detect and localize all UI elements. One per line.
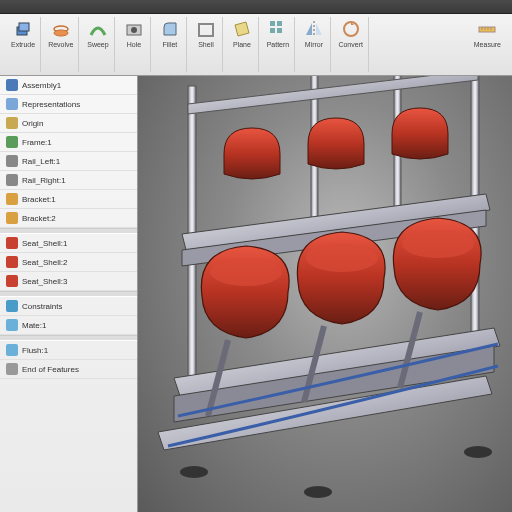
convert-icon [341, 19, 361, 39]
ribbon-label: Convert [338, 41, 363, 48]
svg-point-5 [131, 27, 137, 33]
hole-icon [124, 19, 144, 39]
node-icon [6, 300, 18, 312]
3d-viewport[interactable] [138, 76, 512, 512]
ribbon-label: Sweep [87, 41, 108, 48]
ribbon-hole[interactable]: Hole [117, 17, 151, 72]
plane-icon [232, 19, 252, 39]
node-label: Bracket:1 [22, 195, 56, 204]
svg-rect-9 [277, 21, 282, 26]
measure-icon [477, 19, 497, 39]
node-icon [6, 79, 18, 91]
ribbon-plane[interactable]: Plane [225, 17, 259, 72]
node-label: End of Features [22, 365, 79, 374]
node-label: Mate:1 [22, 321, 46, 330]
browser-item[interactable]: Seat_Shell:2 [0, 253, 137, 272]
browser-item[interactable]: Mate:1 [0, 316, 137, 335]
node-label: Seat_Shell:3 [22, 277, 67, 286]
ribbon-extrude[interactable]: Extrude [6, 17, 41, 72]
node-label: Flush:1 [22, 346, 48, 355]
model-render [138, 76, 512, 512]
svg-rect-8 [270, 21, 275, 26]
node-label: Rail_Right:1 [22, 176, 66, 185]
node-icon [6, 275, 18, 287]
browser-item[interactable]: Assembly1 [0, 76, 137, 95]
node-label: Origin [22, 119, 43, 128]
node-icon [6, 193, 18, 205]
browser-item[interactable]: Constraints [0, 297, 137, 316]
node-label: Representations [22, 100, 80, 109]
ribbon-fillet[interactable]: Fillet [153, 17, 187, 72]
node-label: Seat_Shell:2 [22, 258, 67, 267]
svg-rect-1 [19, 23, 29, 31]
ribbon-label: Hole [127, 41, 141, 48]
ribbon-label: Pattern [267, 41, 290, 48]
node-label: Constraints [22, 302, 62, 311]
revolve-icon [51, 19, 71, 39]
svg-rect-14 [479, 27, 495, 32]
svg-rect-11 [277, 28, 282, 33]
svg-point-31 [464, 446, 492, 458]
browser-item[interactable]: Bracket:1 [0, 190, 137, 209]
node-icon [6, 212, 18, 224]
pattern-icon [268, 19, 288, 39]
shell-icon [196, 19, 216, 39]
node-label: Assembly1 [22, 81, 61, 90]
ribbon-label: Mirror [305, 41, 323, 48]
node-label: Frame:1 [22, 138, 52, 147]
node-icon [6, 319, 18, 331]
ribbon-mirror[interactable]: Mirror [297, 17, 331, 72]
workspace: Assembly1RepresentationsOriginFrame:1Rai… [0, 76, 512, 512]
model-browser-panel[interactable]: Assembly1RepresentationsOriginFrame:1Rai… [0, 76, 138, 512]
svg-rect-10 [270, 28, 275, 33]
ribbon-label: Revolve [48, 41, 73, 48]
browser-item[interactable]: Representations [0, 95, 137, 114]
ribbon-shell[interactable]: Shell [189, 17, 223, 72]
node-icon [6, 256, 18, 268]
title-bar [0, 0, 512, 14]
svg-point-30 [304, 486, 332, 498]
svg-point-29 [180, 466, 208, 478]
node-icon [6, 98, 18, 110]
ribbon-label: Plane [233, 41, 251, 48]
node-label: Bracket:2 [22, 214, 56, 223]
ribbon-label: Fillet [163, 41, 178, 48]
node-label: Seat_Shell:1 [22, 239, 67, 248]
node-icon [6, 237, 18, 249]
browser-item[interactable]: Seat_Shell:1 [0, 234, 137, 253]
browser-item[interactable]: Rail_Left:1 [0, 152, 137, 171]
ribbon-measure[interactable]: Measure [469, 17, 506, 72]
node-icon [6, 117, 18, 129]
fillet-icon [160, 19, 180, 39]
browser-item[interactable]: Origin [0, 114, 137, 133]
browser-item[interactable]: Rail_Right:1 [0, 171, 137, 190]
svg-rect-7 [202, 27, 210, 33]
browser-item[interactable]: Frame:1 [0, 133, 137, 152]
node-icon [6, 363, 18, 375]
browser-item[interactable]: End of Features [0, 360, 137, 379]
extrude-icon [13, 19, 33, 39]
ribbon-revolve[interactable]: Revolve [43, 17, 79, 72]
ribbon-pattern[interactable]: Pattern [261, 17, 295, 72]
ribbon-sweep[interactable]: Sweep [81, 17, 115, 72]
svg-point-23 [210, 258, 282, 286]
node-label: Rail_Left:1 [22, 157, 60, 166]
ribbon-label: Measure [474, 41, 501, 48]
browser-item[interactable]: Bracket:2 [0, 209, 137, 228]
ribbon-toolbar: Extrude Revolve Sweep Hole Fillet Shell … [0, 14, 512, 76]
ribbon-label: Extrude [11, 41, 35, 48]
svg-point-25 [402, 230, 474, 258]
mirror-icon [304, 19, 324, 39]
node-icon [6, 155, 18, 167]
node-icon [6, 174, 18, 186]
svg-point-24 [306, 244, 378, 272]
ribbon-label: Shell [198, 41, 214, 48]
sweep-icon [88, 19, 108, 39]
browser-item[interactable]: Flush:1 [0, 341, 137, 360]
ribbon-convert[interactable]: Convert [333, 17, 369, 72]
svg-point-3 [54, 30, 68, 36]
node-icon [6, 136, 18, 148]
node-icon [6, 344, 18, 356]
browser-item[interactable]: Seat_Shell:3 [0, 272, 137, 291]
